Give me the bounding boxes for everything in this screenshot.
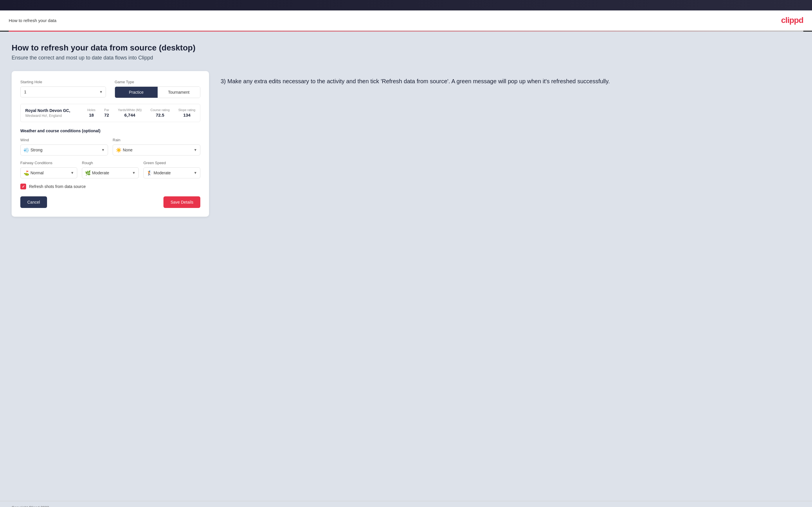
copyright: Copyright Clippd 2022 bbox=[12, 505, 49, 507]
fairway-rough-green-row: Fairway Conditions ⛳ Normal Soft Hard ▼ … bbox=[20, 161, 200, 178]
yards-label: Yards/White (M)) bbox=[118, 108, 142, 112]
yards-value: 6,744 bbox=[124, 113, 135, 117]
course-info-box: Royal North Devon GC, Westward Ho!, Engl… bbox=[20, 104, 200, 122]
refresh-label: Refresh shots from data source bbox=[29, 184, 86, 189]
game-type-toggle: Practice Tournament bbox=[115, 87, 200, 98]
main-content: How to refresh your data from source (de… bbox=[0, 32, 812, 501]
rough-select[interactable]: Moderate Light Heavy bbox=[82, 168, 139, 178]
practice-button[interactable]: Practice bbox=[115, 87, 158, 98]
starting-hole-select[interactable]: 1 2 10 bbox=[20, 87, 106, 97]
wind-label: Wind bbox=[20, 138, 108, 142]
green-speed-select[interactable]: Moderate Slow Fast bbox=[144, 168, 200, 178]
content-area: Starting Hole 1 2 10 ▼ Game Type Practic… bbox=[12, 71, 800, 217]
wind-group: Wind 💨 Strong Mild None ▼ bbox=[20, 138, 108, 156]
side-text: 3) Make any extra edits necessary to the… bbox=[221, 71, 800, 86]
rough-label: Rough bbox=[82, 161, 139, 165]
rough-select-wrapper: 🌿 Moderate Light Heavy ▼ bbox=[82, 167, 139, 178]
starting-hole-label: Starting Hole bbox=[20, 80, 106, 84]
breadcrumb: How to refresh your data bbox=[9, 18, 56, 23]
hole-gametype-row: Starting Hole 1 2 10 ▼ Game Type Practic… bbox=[20, 80, 200, 98]
course-location: Westward Ho!, England bbox=[25, 114, 79, 118]
starting-hole-select-wrapper: 1 2 10 ▼ bbox=[20, 87, 106, 98]
logo: clippd bbox=[781, 16, 803, 25]
green-speed-label: Green Speed bbox=[143, 161, 200, 165]
save-button[interactable]: Save Details bbox=[163, 196, 200, 208]
footer: Copyright Clippd 2022 bbox=[0, 501, 812, 507]
header: How to refresh your data clippd bbox=[0, 10, 812, 31]
course-rating-label: Course rating bbox=[150, 108, 169, 112]
cancel-button[interactable]: Cancel bbox=[20, 196, 47, 208]
par-value: 72 bbox=[104, 113, 109, 117]
rough-group: Rough 🌿 Moderate Light Heavy ▼ bbox=[82, 161, 139, 178]
fairway-select-wrapper: ⛳ Normal Soft Hard ▼ bbox=[20, 167, 77, 178]
starting-hole-group: Starting Hole 1 2 10 ▼ bbox=[20, 80, 106, 98]
conditions-title: Weather and course conditions (optional) bbox=[20, 128, 200, 133]
side-instruction: 3) Make any extra edits necessary to the… bbox=[221, 77, 800, 86]
rain-select[interactable]: None Light Heavy bbox=[113, 145, 200, 155]
rain-label: Rain bbox=[113, 138, 200, 142]
page-subtitle: Ensure the correct and most up to date d… bbox=[12, 55, 800, 61]
rain-select-wrapper: ☀️ None Light Heavy ▼ bbox=[113, 145, 200, 156]
top-bar bbox=[0, 0, 812, 10]
yards-stat: Yards/White (M)) 6,744 bbox=[118, 108, 142, 118]
fairway-label: Fairway Conditions bbox=[20, 161, 77, 165]
checkmark-icon: ✓ bbox=[22, 184, 25, 189]
wind-rain-row: Wind 💨 Strong Mild None ▼ Rain ☀️ bbox=[20, 138, 200, 156]
button-row: Cancel Save Details bbox=[20, 196, 200, 208]
wind-select[interactable]: Strong Mild None bbox=[20, 145, 108, 155]
page-title: How to refresh your data from source (de… bbox=[12, 43, 800, 53]
holes-value: 18 bbox=[89, 113, 94, 117]
slope-rating-stat: Slope rating 134 bbox=[178, 108, 195, 118]
wind-select-wrapper: 💨 Strong Mild None ▼ bbox=[20, 145, 108, 156]
course-name-block: Royal North Devon GC, Westward Ho!, Engl… bbox=[25, 108, 79, 118]
course-name: Royal North Devon GC, bbox=[25, 108, 79, 113]
fairway-select[interactable]: Normal Soft Hard bbox=[20, 168, 77, 178]
holes-label: Holes bbox=[87, 108, 96, 112]
green-speed-select-wrapper: 🏌️ Moderate Slow Fast ▼ bbox=[143, 167, 200, 178]
tournament-button[interactable]: Tournament bbox=[158, 87, 200, 98]
refresh-checkbox-row: ✓ Refresh shots from data source bbox=[20, 184, 200, 189]
slope-rating-value: 134 bbox=[183, 113, 191, 117]
course-rating-value: 72.5 bbox=[156, 113, 164, 117]
par-label: Par bbox=[104, 108, 109, 112]
course-rating-stat: Course rating 72.5 bbox=[150, 108, 169, 118]
rain-group: Rain ☀️ None Light Heavy ▼ bbox=[113, 138, 200, 156]
fairway-group: Fairway Conditions ⛳ Normal Soft Hard ▼ bbox=[20, 161, 77, 178]
green-speed-group: Green Speed 🏌️ Moderate Slow Fast ▼ bbox=[143, 161, 200, 178]
game-type-group: Game Type Practice Tournament bbox=[115, 80, 200, 98]
form-card: Starting Hole 1 2 10 ▼ Game Type Practic… bbox=[12, 71, 209, 217]
par-stat: Par 72 bbox=[104, 108, 109, 118]
slope-rating-label: Slope rating bbox=[178, 108, 195, 112]
holes-stat: Holes 18 bbox=[87, 108, 96, 118]
refresh-checkbox[interactable]: ✓ bbox=[20, 184, 26, 189]
game-type-label: Game Type bbox=[115, 80, 200, 84]
